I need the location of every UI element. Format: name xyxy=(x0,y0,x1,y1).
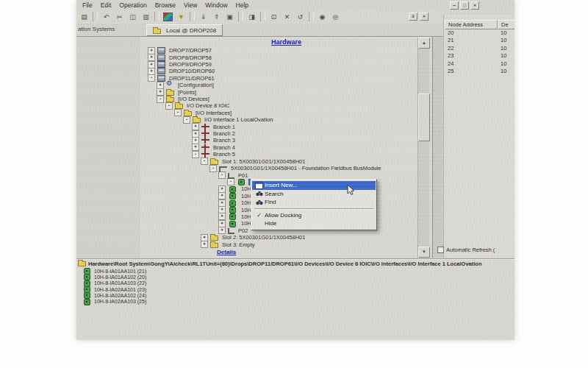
tree-node[interactable]: -[I/O Devices] xyxy=(140,96,432,102)
tree-node[interactable]: +Branch 1 xyxy=(140,123,432,130)
minimize-icon[interactable]: – xyxy=(450,1,459,10)
table-row[interactable]: 2210 xyxy=(445,45,514,52)
collapse-icon[interactable]: - xyxy=(183,116,190,124)
table-row[interactable]: 2110 xyxy=(445,37,514,44)
tree-node[interactable]: -I/O Interface 1 LocalOvation xyxy=(140,116,432,123)
branch-icon xyxy=(201,124,209,130)
color-legend-icon[interactable] xyxy=(163,13,173,21)
tree-node[interactable]: -Slot 1: 5X00301G01/1X00458H01 xyxy=(140,158,432,165)
maximize-icon[interactable]: □ xyxy=(460,1,469,10)
delete-icon[interactable]: ✕ xyxy=(281,11,293,23)
tree-node[interactable]: +Slot 2: 5X00301G01/1X00458H01 xyxy=(140,234,432,241)
tree-node-label: [I/O Devices] xyxy=(176,96,211,102)
scroll-up-button[interactable]: ▲ xyxy=(418,38,430,49)
context-menu-item-allow-docking[interactable]: ✓Allow Docking xyxy=(252,211,376,220)
tab-local-drop208[interactable]: Local @ DROP208 xyxy=(146,24,223,36)
tree-node[interactable]: -DROP11/DROP61 xyxy=(140,75,432,82)
collapse-icon[interactable]: - xyxy=(157,96,164,103)
drop-icon xyxy=(157,54,165,61)
collapse-icon[interactable]: - xyxy=(201,158,208,165)
collapse-icon[interactable]: - xyxy=(227,178,234,185)
select-icon[interactable]: ⊡ xyxy=(268,11,280,23)
tree-node[interactable]: +[Points] xyxy=(140,88,432,95)
tree-node[interactable]: -[I/O Interfaces] xyxy=(140,110,432,116)
table-row[interactable]: 2410 xyxy=(445,60,514,68)
tree-node[interactable]: -P01 xyxy=(140,171,432,178)
folder-icon xyxy=(210,160,218,165)
details-link[interactable]: Details xyxy=(217,249,243,255)
tree-node[interactable]: -Branch 5 xyxy=(140,151,432,158)
panel-close-icon[interactable]: × xyxy=(420,13,429,21)
camera-icon[interactable]: ◨ xyxy=(245,11,258,23)
table-row[interactable]: 2310 xyxy=(445,52,514,60)
systems-tree-label[interactable]: ation Systems xyxy=(78,26,115,32)
expand-icon[interactable]: + xyxy=(201,241,208,248)
collapse-icon[interactable]: - xyxy=(209,165,217,172)
folder-icon xyxy=(184,111,192,116)
menu-view[interactable]: View xyxy=(184,1,197,9)
tree-node[interactable]: +DROP10/DROP60 xyxy=(140,68,432,74)
menu-edit[interactable]: Edit xyxy=(101,1,112,9)
list-item[interactable]: 10H-8-IA01AA101 (21) xyxy=(82,268,146,274)
tree-node[interactable]: -5X00301G01/1X00458H01 - Foundation Fiel… xyxy=(140,165,432,171)
panel-menu-icon[interactable]: ≡ xyxy=(409,13,417,21)
tree-node-label: [Configuration] xyxy=(176,82,215,88)
table-body: 201021102210231024102510 xyxy=(445,29,514,75)
scrollbar-thumb[interactable] xyxy=(418,93,430,141)
search-icon[interactable]: ◎ xyxy=(329,11,342,23)
copy-icon[interactable]: ◫ xyxy=(126,11,139,23)
tree-node[interactable]: +DROP7/DROP57 xyxy=(140,47,432,54)
list-item[interactable]: 10H-8-IA02AA103 (25) xyxy=(82,298,146,304)
clipboard-icon[interactable]: ▣ xyxy=(223,11,236,23)
automatic-refresh-checkbox[interactable] xyxy=(437,247,444,253)
tree-node[interactable]: +DROP9/DROP59 xyxy=(140,61,432,68)
context-menu-item-find[interactable]: Find xyxy=(252,198,376,207)
column-header-node-address[interactable]: Node Address xyxy=(445,20,498,29)
undo-icon[interactable]: ↶ xyxy=(100,11,112,23)
config-icon xyxy=(166,82,174,88)
refresh-icon[interactable]: ↺ xyxy=(294,11,306,23)
menu-file[interactable]: File xyxy=(82,1,93,9)
list-item[interactable]: 10H-8-IA01AA103 (22) xyxy=(82,280,146,286)
open-icon[interactable]: ⇓ xyxy=(197,11,209,23)
list-item[interactable]: 10H-8-IA02AA102 (24) xyxy=(82,292,146,298)
scroll-down-button[interactable]: ▼ xyxy=(418,247,430,258)
table-row[interactable]: 2010 xyxy=(445,29,514,37)
column-header-device[interactable]: De xyxy=(498,20,514,29)
collapse-icon[interactable]: - xyxy=(148,74,155,82)
binoculars-icon xyxy=(254,191,265,197)
menu-browse[interactable]: Browse xyxy=(155,1,176,9)
menu-window[interactable]: Window xyxy=(205,1,227,9)
expand-icon[interactable]: + xyxy=(218,227,226,234)
collapse-icon[interactable]: - xyxy=(165,102,173,110)
tree-node[interactable]: +[Configuration] xyxy=(140,82,432,88)
tree-node[interactable]: -I/O Device 8 IOIC xyxy=(140,102,432,109)
context-menu-item-search[interactable]: Search xyxy=(252,190,376,199)
list-item[interactable]: 10H-8-IA01AA102 (20) xyxy=(82,274,146,280)
cut-icon[interactable]: ✂ xyxy=(113,11,126,23)
tree-node[interactable]: +Branch 4 xyxy=(140,144,432,151)
list-item[interactable]: 10H-8-IA02AA101 (23) xyxy=(82,286,146,292)
tree-node[interactable]: +Branch 3 xyxy=(140,137,432,144)
node-address-cell: 24 xyxy=(445,60,498,68)
tree-node[interactable]: +DROP8/DROP58 xyxy=(140,54,432,60)
load-icon[interactable]: ⇑ xyxy=(210,11,223,23)
collapse-icon[interactable]: - xyxy=(174,109,182,116)
context-menu-item-hide[interactable]: Hide xyxy=(252,219,376,228)
vertical-scrollbar[interactable]: ▲ ▼ xyxy=(417,38,429,258)
menu-help[interactable]: Help xyxy=(236,1,248,9)
filter-icon[interactable]: ▼ xyxy=(175,11,187,23)
menu-operation[interactable]: Operation xyxy=(119,1,146,9)
find-icon[interactable]: ◉ xyxy=(316,11,329,23)
device-label: 10H-8-IA01AA101 (21) xyxy=(94,269,146,274)
collapse-icon[interactable]: - xyxy=(192,151,199,158)
table-row[interactable]: 2510 xyxy=(445,68,514,75)
close-icon[interactable]: × xyxy=(470,1,479,10)
tree-footer-links: Details TreeScan xyxy=(217,249,243,258)
collapse-icon[interactable]: - xyxy=(218,171,226,179)
context-menu-item-insert-new[interactable]: Insert New... xyxy=(252,181,376,190)
paste-icon[interactable]: ▥ xyxy=(140,11,152,23)
tree-node[interactable]: +Branch 2 xyxy=(140,130,432,137)
tree-node[interactable]: +Slot 3: Empty xyxy=(140,241,432,247)
print-icon[interactable]: ▤ xyxy=(78,11,90,23)
